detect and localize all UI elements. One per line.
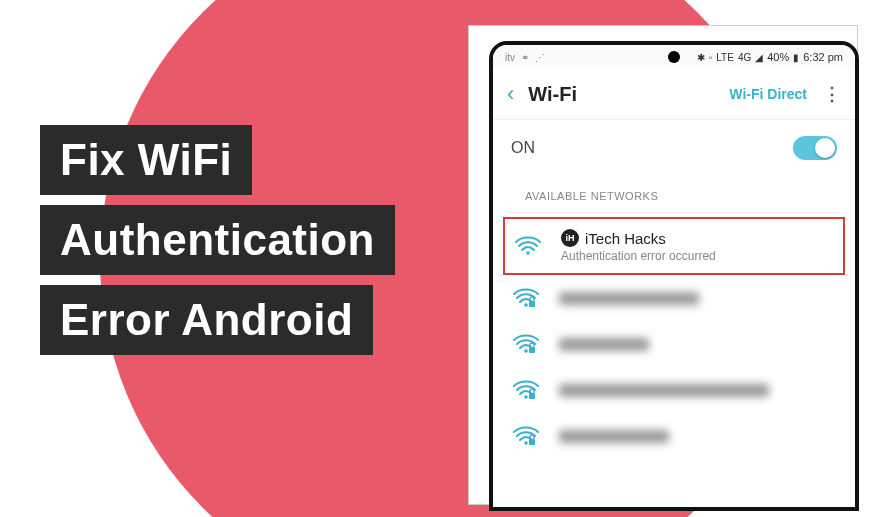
available-networks-label: AVAILABLE NETWORKS: [507, 182, 841, 213]
network-name-text: iTech Hacks: [585, 230, 666, 247]
volte-icon: ▫: [709, 52, 713, 63]
svg-point-5: [524, 395, 528, 399]
network-row[interactable]: [493, 367, 855, 413]
page-title: Wi-Fi: [528, 83, 729, 106]
network-name: iHiTech Hacks: [561, 229, 835, 247]
status-right: ✱ ▫ LTE 4G ◢ 40% ▮ 6:32 pm: [697, 51, 843, 63]
svg-point-1: [524, 303, 528, 307]
battery-percent: 40%: [767, 51, 789, 63]
wifi-direct-button[interactable]: Wi-Fi Direct: [729, 86, 807, 102]
network-name: [559, 430, 837, 443]
wifi-toggle-row: ON: [493, 120, 855, 176]
status-left: itv ⚭ ⋰: [505, 52, 545, 63]
phone-frame: itv ⚭ ⋰ ✱ ▫ LTE 4G ◢ 40% ▮ 6:32 pm ‹ Wi-…: [489, 41, 859, 511]
voicemail-icon: ⚭: [521, 52, 529, 63]
network-info: iHiTech HacksAuthentication error occurr…: [561, 229, 835, 263]
toggle-label: ON: [511, 139, 535, 157]
network-name-blurred: [559, 338, 649, 351]
status-misc-icon: ⋰: [535, 52, 545, 63]
clock: 6:32 pm: [803, 51, 843, 63]
wifi-lock-icon: [511, 379, 541, 401]
network-name: [559, 292, 837, 305]
network-name-blurred: [559, 384, 769, 397]
lte-icon: LTE: [716, 52, 734, 63]
network-row[interactable]: iHiTech HacksAuthentication error occurr…: [503, 217, 845, 275]
signal-bars-icon: ◢: [755, 52, 763, 63]
network-name-blurred: [559, 292, 699, 305]
network-info: [559, 338, 837, 351]
more-menu-button[interactable]: ⋮: [823, 83, 841, 105]
battery-icon: ▮: [793, 52, 799, 63]
wifi-header: ‹ Wi-Fi Wi-Fi Direct ⋮: [493, 67, 855, 120]
network-info: [559, 384, 837, 397]
svg-rect-8: [529, 439, 535, 445]
network-info: [559, 292, 837, 305]
phone-container: itv ⚭ ⋰ ✱ ▫ LTE 4G ◢ 40% ▮ 6:32 pm ‹ Wi-…: [468, 25, 858, 505]
title-line-2: Authentication: [40, 205, 395, 275]
wifi-lock-icon: [511, 333, 541, 355]
title-line-1: Fix WiFi: [40, 125, 252, 195]
network-logo-icon: iH: [561, 229, 579, 247]
svg-point-7: [524, 441, 528, 445]
svg-rect-4: [529, 347, 535, 353]
signal-icon: 4G: [738, 52, 751, 63]
network-list: iHiTech HacksAuthentication error occurr…: [493, 217, 855, 459]
network-row[interactable]: [493, 321, 855, 367]
back-button[interactable]: ‹: [507, 81, 514, 107]
svg-point-0: [526, 251, 530, 255]
network-info: [559, 430, 837, 443]
wifi-lock-icon: [511, 287, 541, 309]
wifi-icon: [513, 235, 543, 257]
title-line-3: Error Android: [40, 285, 373, 355]
carrier-label: itv: [505, 52, 515, 63]
camera-hole: [668, 51, 680, 63]
banner-title: Fix WiFi Authentication Error Android: [40, 125, 395, 365]
wifi-toggle[interactable]: [793, 136, 837, 160]
svg-rect-6: [529, 393, 535, 399]
wifi-lock-icon: [511, 425, 541, 447]
network-name: [559, 384, 837, 397]
bluetooth-icon: ✱: [697, 52, 705, 63]
network-name-blurred: [559, 430, 669, 443]
network-row[interactable]: [493, 275, 855, 321]
network-row[interactable]: [493, 413, 855, 459]
network-subtitle: Authentication error occurred: [561, 249, 835, 263]
svg-rect-2: [529, 301, 535, 307]
network-name: [559, 338, 837, 351]
svg-point-3: [524, 349, 528, 353]
